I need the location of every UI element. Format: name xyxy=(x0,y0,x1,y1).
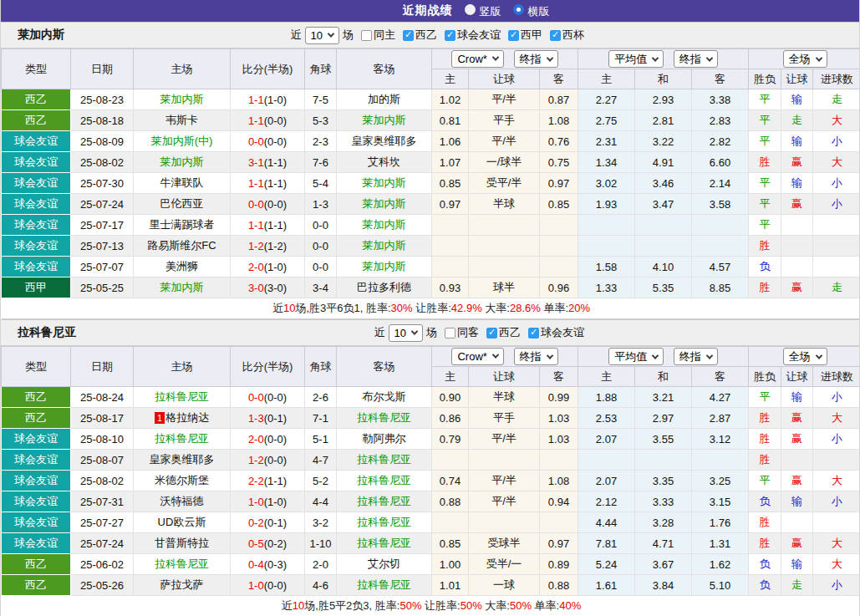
corners-cell: 7-6 xyxy=(305,152,337,173)
crow-handicap-cell xyxy=(469,450,540,471)
average-select[interactable]: 平均值 xyxy=(608,348,664,365)
home-team-name[interactable]: 牛津联队 xyxy=(160,176,204,189)
radio-label[interactable]: 竖版 xyxy=(480,5,501,18)
away-team-name[interactable]: 拉科鲁尼亚 xyxy=(357,516,411,528)
checkbox-label[interactable]: 球会友谊 xyxy=(541,325,584,340)
checkbox-checked[interactable] xyxy=(508,30,519,41)
away-team-name[interactable]: 巴拉多利德 xyxy=(357,281,411,293)
home-team-name[interactable]: 甘普斯特拉 xyxy=(155,537,209,549)
odds-stage-select[interactable]: 终指 xyxy=(514,348,558,365)
handicap-result-cell: 赢 xyxy=(781,429,813,450)
match-row: 西乙25-08-171格拉纳达1-3(0-1)7-1拉科鲁尼亚0.86平手1.0… xyxy=(2,408,860,429)
checkbox-checked[interactable] xyxy=(528,328,539,339)
away-team-name[interactable]: 艾尔切 xyxy=(368,557,400,570)
bookmaker-select[interactable]: Crow* xyxy=(451,348,503,365)
crow-away-odds-cell xyxy=(540,450,578,471)
home-team-name[interactable]: 格拉纳达 xyxy=(165,411,209,424)
home-team-name[interactable]: 沃特福德 xyxy=(160,495,204,507)
home-team-name[interactable]: 莱加内斯 xyxy=(160,93,204,105)
match-date-cell: 25-08-24 xyxy=(71,387,134,408)
avg-away-odds-cell: 8.85 xyxy=(692,277,749,298)
summary-segment: 50% xyxy=(510,599,532,612)
checkbox-label[interactable]: 西杯 xyxy=(562,28,584,43)
fullmatch-select[interactable]: 全场 xyxy=(783,50,827,68)
away-team-name[interactable]: 莱加内斯 xyxy=(363,114,406,126)
score-cell: 2-0(0-0) xyxy=(231,429,305,450)
goals-result-cell: 小 xyxy=(813,491,860,512)
avg-away-odds-cell: 4.57 xyxy=(692,257,749,277)
odds-stage-select[interactable]: 终指 xyxy=(674,50,718,68)
match-date-cell: 25-07-24 xyxy=(71,533,134,554)
fullmatch-select[interactable]: 全场 xyxy=(783,348,827,365)
radio-selected[interactable] xyxy=(513,4,524,15)
handicap-result-cell: 输 xyxy=(781,491,813,512)
checkbox-label[interactable]: 西乙 xyxy=(499,325,521,340)
home-team-cell: 路易斯维尔FC xyxy=(134,236,231,257)
away-team-name[interactable]: 拉科鲁尼亚 xyxy=(357,474,411,486)
away-team-name[interactable]: 莱加内斯 xyxy=(363,197,406,210)
home-team-name[interactable]: UD欧云斯 xyxy=(158,516,206,528)
checkbox-label[interactable]: 西甲 xyxy=(521,28,542,43)
checkbox-unchecked[interactable] xyxy=(361,30,372,41)
checkbox-label[interactable]: 同主 xyxy=(374,28,395,43)
home-team-name[interactable]: 拉科鲁尼亚 xyxy=(155,557,209,570)
crow-home-odds-cell: 1.06 xyxy=(432,131,469,152)
away-team-name[interactable]: 加的斯 xyxy=(368,93,400,105)
fulltime-score: 0-4 xyxy=(248,558,264,571)
away-team-name[interactable]: 莱加内斯 xyxy=(363,239,406,252)
home-team-name[interactable]: 拉科鲁尼亚 xyxy=(155,390,209,403)
away-team-name[interactable]: 勒阿弗尔 xyxy=(363,432,406,445)
checkbox-checked[interactable] xyxy=(403,30,414,41)
recent-count-select[interactable]: 10 xyxy=(389,324,423,342)
home-team-name[interactable]: 韦斯卡 xyxy=(165,114,198,126)
away-team-name[interactable]: 拉科鲁尼亚 xyxy=(357,495,411,507)
handicap-result-cell: 输 xyxy=(781,173,813,194)
radio-label[interactable]: 横版 xyxy=(528,5,550,18)
fulltime-score: 0-0 xyxy=(248,391,264,404)
away-team-name[interactable]: 布尔戈斯 xyxy=(363,390,406,403)
away-team-name[interactable]: 莱加内斯 xyxy=(363,176,406,189)
checkbox-unchecked[interactable] xyxy=(445,328,455,339)
checkbox-checked[interactable] xyxy=(445,30,455,41)
home-team-name[interactable]: 里士满踢球者 xyxy=(150,218,215,231)
home-team-name[interactable]: 萨拉戈萨 xyxy=(160,578,204,591)
match-date-cell: 25-08-10 xyxy=(71,429,134,450)
home-team-name[interactable]: 巴伦西亚 xyxy=(160,197,204,210)
corners-cell: 4-7 xyxy=(305,450,337,471)
checkbox-label[interactable]: 西乙 xyxy=(415,28,437,43)
checkbox-label[interactable]: 同客 xyxy=(457,325,479,340)
home-team-cell: 沃特福德 xyxy=(134,491,231,512)
away-team-name[interactable]: 皇家奥维耶多 xyxy=(352,135,417,147)
bookmaker-select[interactable]: Crow* xyxy=(451,50,503,68)
home-team-name[interactable]: 拉科鲁尼亚 xyxy=(155,432,209,445)
halftime-score: (0-0) xyxy=(264,391,287,404)
away-team-name[interactable]: 拉科鲁尼亚 xyxy=(357,411,411,424)
home-team-name[interactable]: 皇家奥维耶多 xyxy=(150,453,215,466)
away-team-name[interactable]: 艾科坎 xyxy=(368,155,400,168)
average-select[interactable]: 平均值 xyxy=(608,50,664,68)
away-team-name[interactable]: 拉科鲁尼亚 xyxy=(357,453,411,466)
corners-cell: 0-0 xyxy=(305,257,337,277)
home-team-name[interactable]: 米德尔斯堡 xyxy=(155,474,209,486)
checkbox-checked[interactable] xyxy=(550,30,561,41)
crow-home-odds-cell xyxy=(432,236,469,257)
column-header-crow-handicap: 让球 xyxy=(469,69,540,89)
home-team-name[interactable]: 莱加内斯(中) xyxy=(151,135,213,147)
checkbox-label[interactable]: 球会友谊 xyxy=(457,28,501,43)
odds-stage-select[interactable]: 终指 xyxy=(674,348,718,365)
home-team-name[interactable]: 莱加内斯 xyxy=(160,155,204,168)
away-team-name[interactable]: 拉科鲁尼亚 xyxy=(357,578,411,591)
away-team-name[interactable]: 莱加内斯 xyxy=(363,218,406,231)
recent-count-select[interactable]: 10 xyxy=(305,27,339,44)
radio-unselected[interactable] xyxy=(465,4,476,15)
column-header-crow-home: 主 xyxy=(432,367,469,387)
avg-home-odds-cell xyxy=(578,450,635,471)
home-team-name[interactable]: 路易斯维尔FC xyxy=(147,239,216,252)
home-team-name[interactable]: 莱加内斯 xyxy=(160,281,204,293)
home-team-cell: 萨拉戈萨 xyxy=(134,575,231,596)
home-team-name[interactable]: 美洲狮 xyxy=(165,260,198,272)
odds-stage-select[interactable]: 终指 xyxy=(514,50,558,68)
away-team-name[interactable]: 莱加内斯 xyxy=(363,260,406,272)
checkbox-checked[interactable] xyxy=(486,328,497,339)
away-team-name[interactable]: 拉科鲁尼亚 xyxy=(357,537,411,549)
